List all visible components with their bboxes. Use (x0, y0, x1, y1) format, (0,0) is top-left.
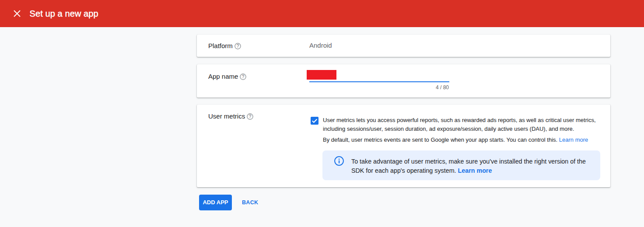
svg-text:?: ? (249, 114, 252, 119)
svg-text:?: ? (242, 74, 245, 79)
svg-text:?: ? (237, 44, 239, 49)
